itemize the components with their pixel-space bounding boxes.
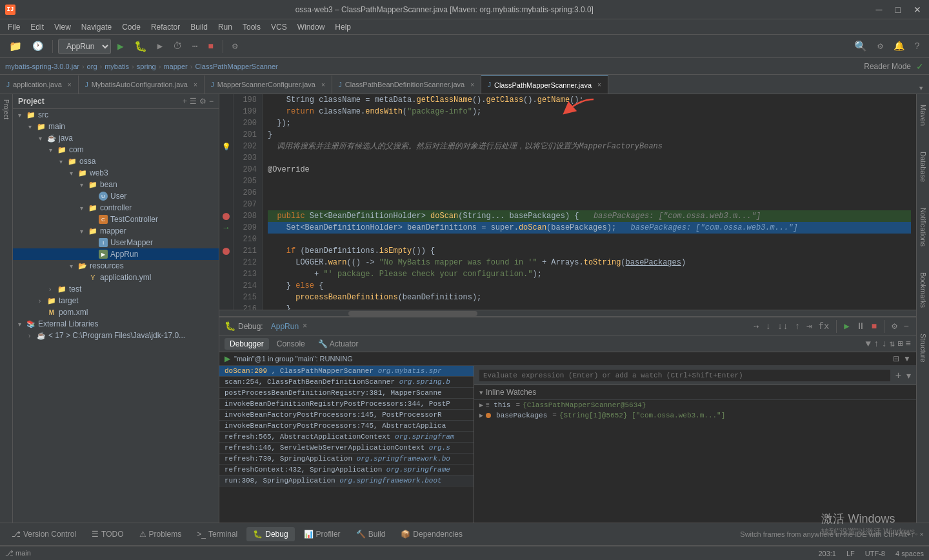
tab-close-5[interactable]: × xyxy=(597,81,601,88)
filter-thread-btn2[interactable]: ▼ xyxy=(903,354,911,363)
frame-6[interactable]: refresh:565, AbstractApplicationContext … xyxy=(219,432,474,443)
breadcrumb-class[interactable]: ClassPathMapperScanner xyxy=(195,63,277,70)
close-button[interactable]: ✕ xyxy=(911,5,924,15)
force-step-into-btn[interactable]: ↓↓ xyxy=(775,321,790,332)
charset[interactable]: UTF-8 xyxy=(865,550,885,557)
debug-run-button[interactable]: 🐛 xyxy=(130,38,151,55)
tab-bean-scanner[interactable]: J ClassPathBeanDefinitionScanner.java × xyxy=(332,75,481,94)
pause-btn[interactable]: ⏸ xyxy=(854,321,867,332)
tree-target[interactable]: › 📁 target xyxy=(13,295,219,306)
sort-btn[interactable]: ⇅ xyxy=(890,338,895,349)
evaluate-input[interactable] xyxy=(479,370,890,381)
minimize-debug-btn[interactable]: − xyxy=(902,321,911,332)
tree-web3[interactable]: ▾ 📁 web3 xyxy=(13,167,219,179)
tree-com[interactable]: ▾ 📁 com xyxy=(13,144,219,155)
filter-thread-btn[interactable]: ⊟ xyxy=(893,354,899,363)
grid-btn[interactable]: ⊞ xyxy=(897,338,903,349)
add-watch-button[interactable]: + xyxy=(895,370,901,381)
build-tab[interactable]: 🔨 Build xyxy=(350,527,392,541)
this-variable[interactable]: ▶ ≡ this = {ClassPathMapperScanner@5634} xyxy=(474,400,916,410)
search-everywhere-button[interactable]: 🔍 xyxy=(850,38,871,55)
settings-toolbar-button[interactable]: ⚙ xyxy=(228,39,241,54)
menu-code[interactable]: Code xyxy=(117,21,146,33)
frame-9[interactable]: refreshContext:432, SpringApplication or… xyxy=(219,465,474,475)
structure-tab[interactable]: Structure xyxy=(918,328,928,368)
notifications-button[interactable]: 🔔 xyxy=(890,39,908,54)
indent-setting[interactable]: 4 spaces xyxy=(895,550,924,557)
menu-file[interactable]: File xyxy=(3,21,25,33)
resume-btn[interactable]: ▶ xyxy=(842,321,851,332)
menu-tools[interactable]: Tools xyxy=(237,21,266,33)
tab-close-3[interactable]: × xyxy=(321,81,325,88)
gear-icon[interactable]: ⚙ xyxy=(199,97,206,106)
settings-button[interactable]: ⚙ xyxy=(874,39,886,54)
frame-8[interactable]: refresh:730, SpringApplication org.sprin… xyxy=(219,454,474,465)
tree-external-libs[interactable]: ▾ 📚 External Libraries xyxy=(13,318,219,330)
run-button[interactable]: ▶ xyxy=(114,38,128,55)
tab-list-button[interactable]: ▾ xyxy=(914,83,929,94)
line-ending[interactable]: LF xyxy=(846,550,855,557)
breadcrumb-jar[interactable]: mybatis-spring-3.0.0.jar xyxy=(5,63,79,70)
down-btn[interactable]: ↓ xyxy=(881,339,886,349)
frame-10[interactable]: run:308, SpringApplication org.springfra… xyxy=(219,475,474,486)
step-into-btn[interactable]: ↓ xyxy=(763,321,772,332)
stop-debug-btn[interactable]: ■ xyxy=(870,321,879,332)
minimize-button[interactable]: ─ xyxy=(874,5,885,15)
expand-watches-button[interactable]: ▾ xyxy=(906,370,911,381)
actuator-subtab[interactable]: 🔧Actuator xyxy=(313,338,364,350)
frame-0[interactable]: doScan:209 , ClassPathMapperScanner org.… xyxy=(219,366,474,377)
stop-button[interactable]: ■ xyxy=(205,39,217,54)
breadcrumb-mybatis[interactable]: mybatis xyxy=(105,63,129,70)
frame-1[interactable]: scan:254, ClassPathBeanDefinitionScanner… xyxy=(219,377,474,388)
coverage-button[interactable]: ▶ xyxy=(154,39,166,54)
menu-view[interactable]: View xyxy=(49,21,76,33)
profile-button[interactable]: ⏱ xyxy=(169,39,186,54)
step-out-btn[interactable]: ↑ xyxy=(793,321,802,332)
evaluate-btn[interactable]: fx xyxy=(817,321,832,332)
profiler-tab[interactable]: 📊 Profiler xyxy=(297,527,347,541)
dependencies-tab[interactable]: 📦 Dependencies xyxy=(394,527,469,541)
add-icon[interactable]: + xyxy=(183,97,187,106)
debug-panel-icon[interactable]: 🐛 xyxy=(225,321,235,332)
tree-testcontroller[interactable]: ▾ C TestController xyxy=(13,214,219,225)
project-tab[interactable]: Project xyxy=(1,94,11,125)
menu-edit[interactable]: Edit xyxy=(25,21,49,33)
todo-tab[interactable]: ☰ TODO xyxy=(85,527,130,541)
frame-5[interactable]: invokeBeanFactoryPostProcessors:745, Abs… xyxy=(219,421,474,432)
menu-refactor[interactable]: Refactor xyxy=(146,21,185,33)
frame-2[interactable]: postProcessBeanDefinitionRegistry:381, M… xyxy=(219,388,474,399)
base-packages-variable[interactable]: ▶ basePackages = {String[1]@5652} ["com.… xyxy=(474,410,916,421)
help-toolbar-button[interactable]: ? xyxy=(911,39,924,54)
tree-appyml[interactable]: ▾ Y application.yml xyxy=(13,272,219,283)
this-expand-arrow[interactable]: ▶ xyxy=(479,401,483,409)
filter-btn[interactable]: ▼ xyxy=(866,339,871,349)
menu-navigate[interactable]: Navigate xyxy=(76,21,117,33)
menu-build[interactable]: Build xyxy=(185,21,213,33)
tree-ossa[interactable]: ▾ 📁 ossa xyxy=(13,155,219,167)
tree-controller[interactable]: ▾ 📁 controller xyxy=(13,202,219,214)
code-hscrollbar[interactable] xyxy=(219,310,916,316)
tree-test[interactable]: › 📁 test xyxy=(13,283,219,295)
open-button[interactable]: 📁 xyxy=(5,38,26,55)
tree-src[interactable]: ▾ 📁 src xyxy=(13,109,219,121)
frame-4[interactable]: invokeBeanFactoryPostProcessors:145, Pos… xyxy=(219,410,474,421)
breakpoint-208[interactable] xyxy=(223,213,230,220)
console-subtab[interactable]: Console xyxy=(272,338,310,350)
menu-window[interactable]: Window xyxy=(292,21,330,33)
tab-mapper-scanner[interactable]: J ClassPathMapperScanner.java × xyxy=(481,75,608,94)
tree-resources[interactable]: ▾ 📂 resources xyxy=(13,260,219,272)
git-status[interactable]: ⎇ main xyxy=(5,549,31,557)
debug-tab[interactable]: 🐛 Debug xyxy=(246,527,294,541)
maven-tab[interactable]: Maven xyxy=(918,99,928,131)
restore-btn[interactable]: ↑ xyxy=(874,339,879,349)
version-control-tab[interactable]: ⎇ Version Control xyxy=(5,527,83,541)
bookmarks-tab[interactable]: Bookmarks xyxy=(918,267,928,313)
reader-mode-label[interactable]: Reader Mode xyxy=(864,62,911,71)
tree-mapper[interactable]: ▾ 📁 mapper xyxy=(13,225,219,237)
terminal-tab[interactable]: >_ Terminal xyxy=(190,527,244,541)
frame-7[interactable]: refresh:146, ServletWebServerApplication… xyxy=(219,443,474,454)
settings-debug-btn[interactable]: ⚙ xyxy=(890,321,899,332)
tab-close-2[interactable]: × xyxy=(194,81,197,88)
tab-application[interactable]: J application.java × xyxy=(0,75,79,94)
collapse-icon[interactable]: − xyxy=(209,97,214,106)
